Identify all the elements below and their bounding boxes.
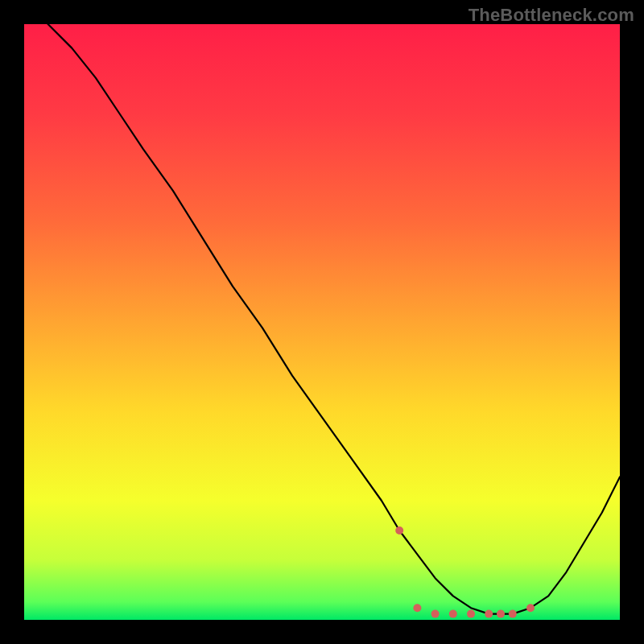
bottleneck-chart [0,0,644,644]
marker-dot [467,610,475,618]
marker-dot [509,610,517,618]
marker-dot [431,610,440,618]
chart-container: TheBottleneck.com [0,0,644,644]
plot-background [24,24,620,620]
marker-dot [395,526,403,535]
watermark-text: TheBottleneck.com [469,5,634,26]
marker-dot [497,610,505,618]
marker-dot [485,610,493,618]
marker-dot [413,604,421,612]
marker-dot [449,610,457,618]
marker-dot [526,604,535,612]
